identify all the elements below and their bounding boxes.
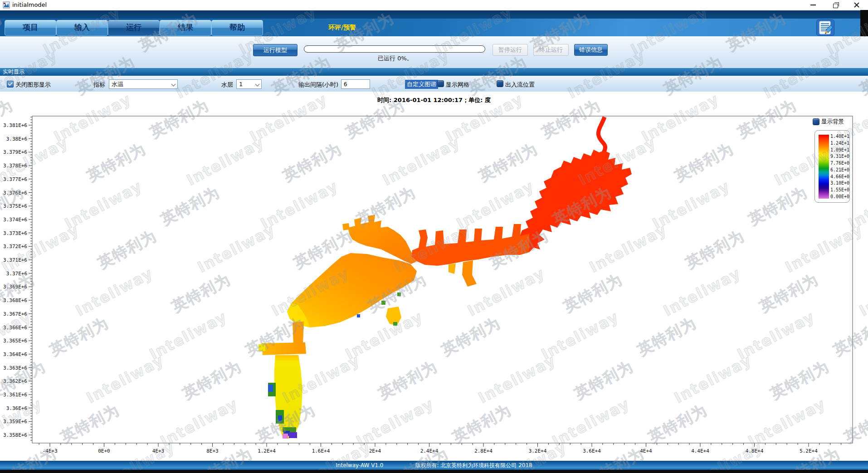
run-model-button[interactable]: 运行模型 — [253, 44, 297, 56]
inout-flow-label: 出入流位置 — [505, 81, 535, 89]
run-status-text: 已运行 0%。 — [378, 54, 413, 63]
south-strip — [274, 355, 302, 439]
svg-text:3.378E+6: 3.378E+6 — [3, 163, 27, 169]
tab-run[interactable]: 运行 — [108, 20, 160, 36]
svg-text:3.362E+6: 3.362E+6 — [3, 378, 27, 384]
svg-text:3.367E+6: 3.367E+6 — [3, 311, 27, 317]
svg-text:4E+4: 4E+4 — [640, 448, 652, 454]
tab-results[interactable]: 结果 — [160, 20, 211, 36]
svg-text:3.368E+6: 3.368E+6 — [3, 297, 27, 303]
chevron-down-icon — [255, 82, 260, 87]
svg-text:2E+4: 2E+4 — [369, 448, 381, 454]
connector-horizontal — [262, 342, 306, 355]
colorbar-gradient — [819, 135, 829, 199]
menu-band-top — [0, 10, 868, 19]
svg-text:2.4E+4: 2.4E+4 — [420, 448, 439, 454]
svg-text:3.369E+6: 3.369E+6 — [3, 284, 27, 290]
svg-text:3.361E+6: 3.361E+6 — [3, 392, 27, 398]
indicator-value: 水温 — [112, 81, 123, 88]
tab-env-warning[interactable]: 环评/预警 — [328, 24, 356, 32]
show-background-label: 显示背景 — [821, 118, 844, 126]
svg-text:-4E+3: -4E+3 — [42, 448, 57, 454]
northeast-red-region — [519, 150, 632, 252]
stop-run-button[interactable]: 终止运行 — [533, 44, 569, 56]
svg-text:3.358E+6: 3.358E+6 — [3, 432, 27, 438]
pause-run-button[interactable]: 暂停运行 — [493, 44, 528, 56]
plot-area: -4E+30E+04E+38E+31.2E+41.6E+42E+42.4E+42… — [0, 92, 868, 461]
svg-text:3.371E+6: 3.371E+6 — [3, 257, 27, 263]
channel-branch — [462, 260, 477, 287]
svg-text:3.2E+4: 3.2E+4 — [529, 448, 547, 454]
svg-text:4.4E+4: 4.4E+4 — [691, 448, 709, 454]
channel-branch-small — [449, 263, 456, 274]
arm-fragment — [342, 223, 350, 230]
tab-project[interactable]: 项目 — [5, 20, 56, 36]
svg-text:3.364E+6: 3.364E+6 — [3, 351, 27, 357]
svg-text:3.37E+6: 3.37E+6 — [6, 271, 27, 277]
window-bottom-edge — [0, 470, 868, 473]
indicator-label: 指标 — [93, 81, 105, 89]
layer-select[interactable]: 1 — [236, 79, 262, 89]
svg-text:3.373E+6: 3.373E+6 — [3, 230, 27, 236]
middle-channel — [411, 224, 529, 266]
svg-text:3.363E+6: 3.363E+6 — [3, 365, 27, 371]
svg-text:4E+3: 4E+3 — [152, 448, 165, 454]
app-version: Intelway-AW V1.0 — [336, 462, 383, 468]
notepad-icon[interactable] — [816, 19, 835, 36]
window-title: initialmodel — [12, 1, 47, 8]
svg-text:3.38E+6: 3.38E+6 — [6, 136, 27, 142]
svg-text:8E+3: 8E+3 — [206, 448, 219, 454]
svg-text:3.379E+6: 3.379E+6 — [3, 149, 27, 155]
restore-button[interactable] — [828, 0, 842, 10]
close-icon — [854, 2, 859, 8]
run-progress-bar — [304, 45, 485, 53]
custom-colormap-link[interactable]: 自定义图谱 — [405, 80, 438, 89]
svg-text:3.365E+6: 3.365E+6 — [3, 338, 27, 344]
restore-icon — [833, 4, 838, 8]
error-info-button[interactable]: 错误信息 — [574, 44, 608, 56]
titlebar: initialmodel — [0, 0, 868, 10]
realtime-display-header: 实时显示 — [0, 68, 868, 76]
layer-value: 1 — [239, 81, 243, 88]
app-window: initialmodel 项目 输入 运行 结果 帮助 环评/预警 运行模型 已… — [0, 0, 868, 473]
copyright: 版权所有: 北京英特利为环境科技有限公司 2018 — [415, 462, 532, 469]
layer-label: 水层 — [221, 81, 233, 89]
check-icon — [8, 81, 13, 86]
svg-text:3.366E+6: 3.366E+6 — [3, 325, 27, 331]
colorbar-legend: 1.40E+11.24E+11.09E+19.31E+07.76E+06.21E… — [814, 130, 850, 203]
show-background-checkbox[interactable] — [813, 118, 819, 125]
tab-input[interactable]: 输入 — [56, 20, 108, 36]
indicator-select[interactable]: 水温 — [109, 79, 178, 89]
svg-text:3.381E+6: 3.381E+6 — [3, 122, 27, 128]
svg-text:3.359E+6: 3.359E+6 — [3, 419, 27, 424]
water-temperature-map — [258, 117, 632, 439]
svg-text:1.2E+4: 1.2E+4 — [258, 448, 276, 454]
svg-text:4.8E+4: 4.8E+4 — [746, 448, 764, 454]
close-graph-checkbox[interactable] — [7, 81, 14, 88]
minimize-icon — [810, 5, 816, 5]
svg-text:3.36E+6: 3.36E+6 — [6, 405, 27, 411]
tab-help[interactable]: 帮助 — [211, 20, 263, 36]
close-button[interactable] — [850, 0, 863, 10]
plot-frame — [32, 116, 853, 443]
svg-text:3.375E+6: 3.375E+6 — [3, 203, 27, 209]
minimize-button[interactable] — [806, 0, 820, 10]
svg-text:2.8E+4: 2.8E+4 — [474, 448, 493, 454]
status-bar: Intelway-AW V1.0 版权所有: 北京英特利为环境科技有限公司 20… — [0, 461, 868, 470]
chevron-down-icon — [171, 82, 176, 87]
close-graph-label: 关闭图形显示 — [15, 81, 51, 89]
svg-text:1.6E+4: 1.6E+4 — [312, 448, 330, 454]
connector-vertical — [293, 322, 304, 344]
svg-text:3.376E+6: 3.376E+6 — [3, 190, 27, 196]
show-grid-checkbox[interactable] — [437, 80, 444, 87]
output-interval-label: 输出间隔(小时) — [298, 81, 338, 89]
svg-text:5.2E+4: 5.2E+4 — [800, 448, 818, 454]
output-interval-input[interactable] — [341, 79, 370, 89]
svg-text:0E+0: 0E+0 — [98, 448, 110, 454]
app-icon — [3, 1, 10, 9]
svg-text:3.374E+6: 3.374E+6 — [3, 217, 27, 223]
show-grid-label: 显示网格 — [446, 81, 469, 89]
colorbar-labels: 1.40E+11.24E+11.09E+19.31E+07.76E+06.21E… — [830, 134, 849, 199]
svg-text:3.372E+6: 3.372E+6 — [3, 244, 27, 249]
inout-flow-checkbox[interactable] — [497, 80, 503, 87]
